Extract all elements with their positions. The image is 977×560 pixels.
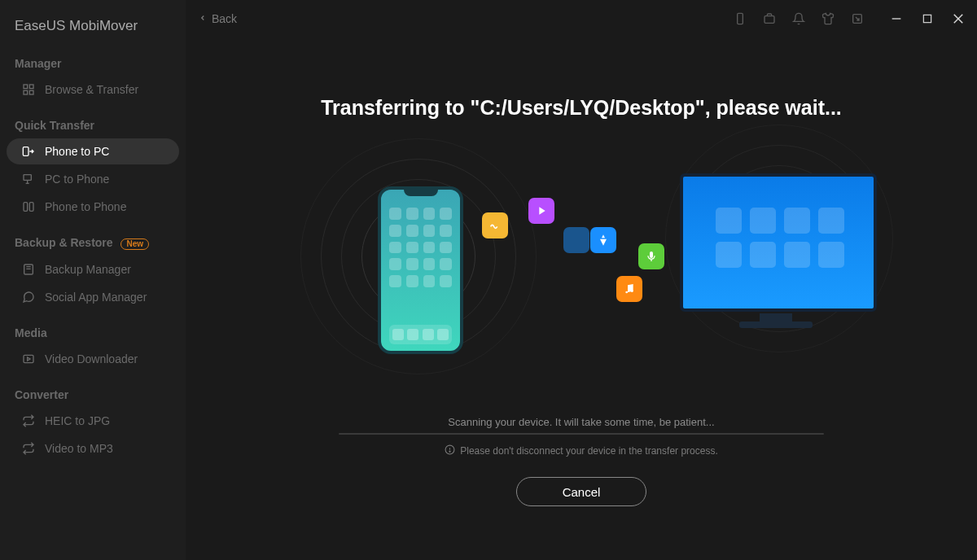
phone-to-pc-icon bbox=[21, 144, 36, 159]
shirt-icon[interactable] bbox=[821, 11, 835, 26]
svg-point-18 bbox=[625, 291, 628, 294]
sidebar-item-phone-to-pc[interactable]: Phone to PC bbox=[7, 138, 179, 164]
backup-icon bbox=[21, 262, 36, 277]
app-title: EaseUS MobiMover bbox=[0, 0, 186, 42]
video-download-icon bbox=[21, 352, 36, 366]
svg-rect-14 bbox=[923, 15, 931, 22]
svg-rect-4 bbox=[23, 147, 28, 156]
sidebar-item-video-to-mp3[interactable]: Video to MP3 bbox=[7, 435, 179, 462]
maximize-button[interactable] bbox=[918, 10, 936, 28]
arrows-icon bbox=[21, 441, 36, 456]
minimize-button[interactable] bbox=[887, 10, 905, 28]
sidebar-item-label: Social App Manager bbox=[45, 291, 147, 304]
sidebar-item-label: Browse & Transfer bbox=[45, 83, 138, 96]
sidebar-item-label: HEIC to JPG bbox=[45, 414, 110, 427]
window-controls bbox=[887, 10, 967, 28]
info-icon bbox=[445, 444, 455, 457]
float-icon-music bbox=[616, 276, 642, 302]
progress-bar bbox=[339, 433, 824, 435]
sidebar: EaseUS MobiMover Manager Browse & Transf… bbox=[0, 0, 186, 560]
float-icon-wave bbox=[482, 212, 508, 238]
back-label: Back bbox=[212, 12, 237, 25]
sidebar-item-label: Backup Manager bbox=[45, 263, 131, 276]
svg-point-22 bbox=[449, 451, 450, 452]
phone-icon[interactable] bbox=[733, 11, 747, 26]
section-header-backup-restore: Backup & Restore New bbox=[0, 221, 186, 255]
cancel-button[interactable]: Cancel bbox=[516, 477, 646, 506]
sidebar-item-label: Phone to PC bbox=[45, 145, 109, 158]
float-icon-app bbox=[590, 227, 616, 253]
section-header-manager: Manager bbox=[0, 42, 186, 75]
svg-rect-2 bbox=[24, 90, 28, 94]
arrows-icon bbox=[21, 413, 36, 428]
sidebar-item-label: PC to Phone bbox=[45, 173, 109, 186]
float-icon-mic bbox=[638, 243, 664, 269]
svg-rect-3 bbox=[29, 90, 33, 94]
chevron-left-icon bbox=[199, 12, 207, 26]
sidebar-item-pc-to-phone[interactable]: PC to Phone bbox=[7, 166, 179, 192]
badge-new: New bbox=[120, 238, 149, 250]
back-button[interactable]: Back bbox=[199, 12, 237, 26]
grid-icon bbox=[21, 82, 36, 97]
section-header-media: Media bbox=[0, 312, 186, 344]
progress-area: Scanning your device. It will take some … bbox=[337, 416, 826, 506]
sidebar-item-backup-manager[interactable]: Backup Manager bbox=[7, 256, 179, 282]
float-icon-app-trail bbox=[563, 227, 589, 253]
sidebar-item-label: Video to MP3 bbox=[45, 442, 113, 455]
progress-text: Scanning your device. It will take some … bbox=[448, 416, 714, 428]
svg-rect-17 bbox=[650, 252, 653, 258]
svg-rect-0 bbox=[24, 85, 28, 89]
main-area: Back bbox=[186, 0, 977, 560]
titlebar-right bbox=[733, 10, 967, 28]
svg-rect-11 bbox=[765, 16, 774, 24]
chat-icon bbox=[21, 290, 36, 304]
phone-illustration bbox=[337, 159, 500, 370]
transfer-graphic bbox=[256, 154, 907, 382]
svg-rect-10 bbox=[738, 13, 743, 24]
phone-to-phone-icon bbox=[21, 199, 36, 214]
sidebar-item-video-downloader[interactable]: Video Downloader bbox=[7, 346, 179, 372]
svg-rect-1 bbox=[29, 85, 33, 89]
float-icon-play bbox=[528, 198, 554, 224]
pc-to-phone-icon bbox=[21, 172, 36, 186]
sidebar-item-label: Video Downloader bbox=[45, 352, 138, 365]
sidebar-item-heic-to-jpg[interactable]: HEIC to JPG bbox=[7, 408, 179, 434]
svg-point-19 bbox=[631, 290, 633, 292]
warn-text: Please don't disconnect your device in t… bbox=[445, 444, 717, 457]
svg-rect-9 bbox=[24, 355, 33, 362]
section-header-converter: Converter bbox=[0, 374, 186, 406]
rotate-icon[interactable] bbox=[850, 11, 865, 26]
svg-rect-6 bbox=[24, 203, 28, 212]
bell-icon[interactable] bbox=[791, 11, 806, 26]
svg-rect-5 bbox=[24, 175, 31, 181]
section-header-quick-transfer: Quick Transfer bbox=[0, 104, 186, 137]
sidebar-item-social-app-manager[interactable]: Social App Manager bbox=[7, 284, 179, 310]
transfer-heading: Transferring to "C:/Users/LYQ/Desktop", … bbox=[321, 96, 842, 120]
content: Transferring to "C:/Users/LYQ/Desktop", … bbox=[186, 37, 977, 560]
sidebar-item-label: Phone to Phone bbox=[45, 200, 126, 213]
sidebar-item-browse-transfer[interactable]: Browse & Transfer bbox=[7, 77, 179, 103]
close-button[interactable] bbox=[949, 10, 967, 28]
briefcase-icon[interactable] bbox=[762, 11, 777, 26]
svg-rect-7 bbox=[29, 203, 33, 212]
sidebar-item-phone-to-phone[interactable]: Phone to Phone bbox=[7, 194, 179, 220]
titlebar: Back bbox=[186, 0, 977, 37]
